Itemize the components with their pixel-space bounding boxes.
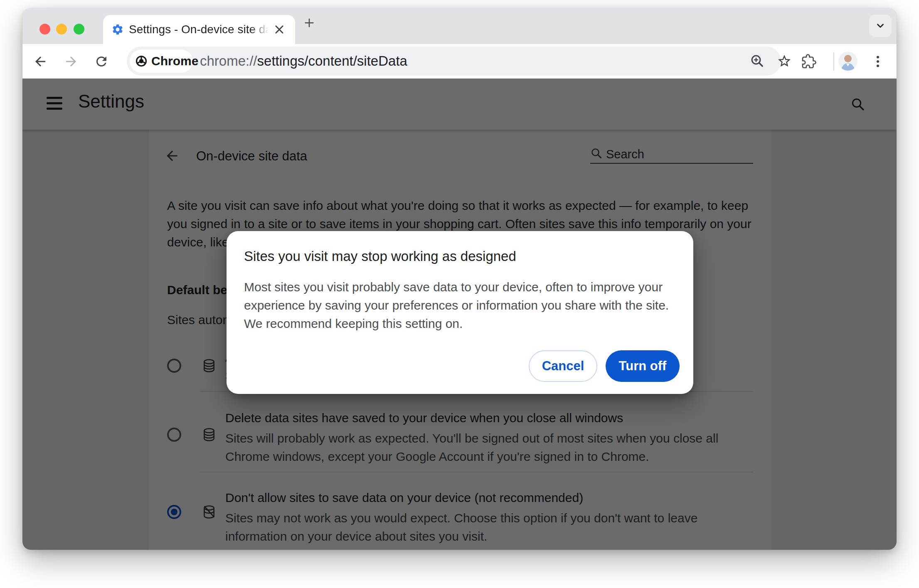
confirm-dialog: Sites you visit may stop working as desi… — [227, 231, 693, 394]
address-bar[interactable]: Chrome chrome://settings/content/siteDat… — [127, 47, 781, 76]
zoom-in-icon[interactable] — [750, 54, 765, 69]
window-minimize-button[interactable] — [56, 24, 67, 34]
dialog-body: Most sites you visit probably save data … — [244, 278, 685, 333]
tab-close-icon[interactable] — [273, 24, 285, 35]
browser-toolbar: Chrome chrome://settings/content/siteDat… — [22, 44, 897, 79]
window-close-button[interactable] — [39, 24, 50, 34]
back-icon[interactable] — [33, 54, 48, 69]
profile-avatar[interactable] — [838, 52, 857, 71]
cancel-button[interactable]: Cancel — [529, 350, 597, 382]
site-badge[interactable]: Chrome — [130, 49, 193, 73]
menu-dots-icon[interactable] — [870, 54, 885, 69]
chrome-logo-icon — [135, 55, 148, 67]
dialog-title: Sites you visit may stop working as desi… — [244, 248, 516, 264]
forward-icon[interactable] — [64, 54, 79, 69]
settings-gear-icon — [111, 23, 124, 36]
chevron-down-icon — [875, 20, 886, 31]
window-zoom-button[interactable] — [74, 24, 84, 34]
browser-tab[interactable]: Settings - On-device site data — [103, 15, 295, 44]
new-tab-button[interactable] — [303, 17, 315, 29]
site-badge-label: Chrome — [151, 54, 198, 68]
url-scheme: chrome:// — [200, 53, 257, 69]
tab-title: Settings - On-device site data — [129, 15, 270, 44]
browser-window: Settings - On-device site data — [22, 8, 897, 550]
extensions-icon[interactable] — [801, 54, 816, 69]
reload-icon[interactable] — [94, 54, 109, 69]
url-text: chrome://settings/content/siteData — [200, 47, 407, 76]
tab-strip: Settings - On-device site data — [22, 8, 897, 44]
toolbar-divider — [833, 52, 834, 71]
turn-off-button[interactable]: Turn off — [606, 350, 680, 382]
tab-search-button[interactable] — [869, 15, 892, 37]
avatar-image — [838, 52, 857, 71]
url-path: settings/content/siteData — [257, 53, 407, 69]
bookmark-star-icon[interactable] — [777, 54, 792, 69]
